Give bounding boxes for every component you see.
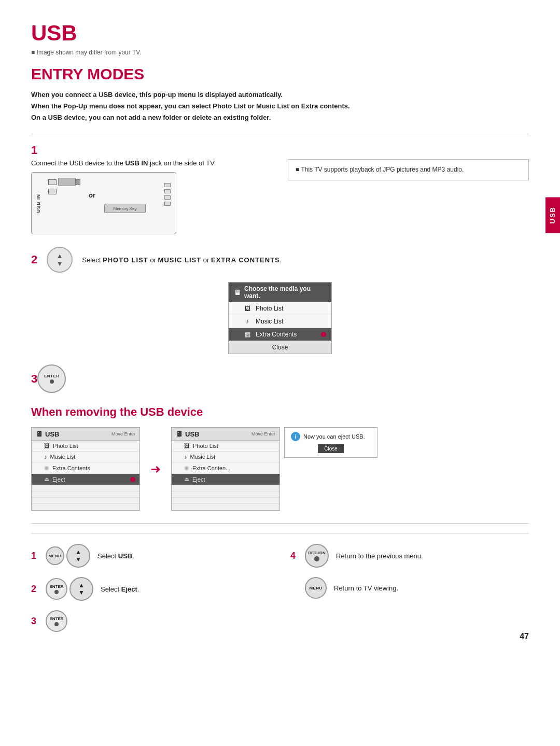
media-menu-title: Choose the media you want.	[244, 285, 326, 300]
right-photo-icon: 🖼	[184, 443, 190, 449]
media-menu-header: 🖥 Choose the media you want.	[229, 283, 331, 302]
step-1-number: 1	[31, 144, 529, 157]
usb-panel-left-empty1	[32, 485, 139, 491]
page-number: 47	[520, 632, 529, 641]
step-1-left: Connect the USB device to the USB IN jac…	[31, 159, 272, 234]
enter-btn-3[interactable]: ENTER	[46, 610, 67, 632]
usb-panel-right-empty3	[172, 498, 279, 504]
extra-contents-item: Extra Contents	[256, 331, 297, 338]
media-menu-extra[interactable]: ▦ Extra Contents	[229, 328, 331, 341]
usb-diagram: USB IN or Memory Key	[31, 172, 176, 234]
usb-panel-right-controls: Move Enter	[251, 431, 275, 437]
intro-line-3: On a USB device, you can not add a new f…	[31, 112, 529, 123]
return-button[interactable]: RETURN	[305, 544, 329, 568]
arrow-right: ➜	[150, 462, 161, 476]
enter-label: ENTER	[44, 374, 60, 378]
music-list-label: MUSIC LIST	[158, 256, 202, 264]
media-menu-close[interactable]: Close	[229, 341, 331, 354]
media-menu-popup: 🖥 Choose the media you want. 🖼 Photo Lis…	[228, 282, 332, 354]
usb-panel-left-extra[interactable]: ◉ Extra Contents	[32, 462, 139, 474]
usb-in-bold: USB IN	[125, 159, 148, 167]
enter-dot-3	[54, 622, 59, 626]
usb-panel-right-music[interactable]: ♪ Music List	[172, 452, 279, 462]
bottom-step-menu: _ MENU Return to TV viewing.	[290, 577, 529, 599]
usb-panel-right-eject[interactable]: ⏏ Eject	[172, 474, 279, 485]
left-photo-icon: 🖼	[44, 443, 50, 449]
page-note: Image shown may differ from your TV.	[31, 49, 529, 56]
right-extra-icon: ◉	[184, 465, 189, 471]
section-title: ENTRY MODES	[31, 65, 529, 83]
bottom-step-1-text: Select USB.	[97, 552, 134, 560]
memory-card: Memory Key	[104, 204, 146, 213]
bottom-step-3-num: 3	[31, 616, 38, 627]
usb-panel-right-empty4	[172, 504, 279, 510]
music-icon: ♪	[243, 318, 251, 325]
step-2-row: 2 ▲ ▼ Select PHOTO LIST or MUSIC LIST or…	[31, 247, 529, 273]
step-2-number: 2	[31, 253, 37, 266]
menu-button-1[interactable]: MENU	[46, 546, 64, 565]
nav-btn-2[interactable]: ▲ ▼	[69, 577, 93, 601]
nav-btn-1[interactable]: ▲ ▼	[66, 544, 90, 568]
eject-close-button[interactable]: Close	[318, 444, 344, 453]
usb-panel-left-title: 🖥 USB	[36, 430, 59, 438]
usb-panel-left: 🖥 USB Move Enter 🖼 Photo List ♪ Music Li…	[31, 427, 140, 511]
bottom-left-steps: 1 MENU ▲ ▼ Select USB. 2	[31, 544, 270, 641]
bottom-step-2-buttons: ENTER ▲ ▼	[46, 577, 93, 601]
step-1-desc: Connect the USB device to the USB IN jac…	[31, 159, 272, 167]
panel-right-wrapper: 🖥 USB Move Enter 🖼 Photo List ♪ Music Li…	[171, 427, 377, 511]
enter-button[interactable]: ENTER	[37, 364, 66, 393]
usb-ports	[48, 178, 76, 194]
bottom-step-4: 4 RETURN Return to the previous menu.	[290, 544, 529, 568]
page-title: USB	[31, 21, 529, 46]
info-icon: i	[291, 432, 300, 441]
usb-panel-left-photo[interactable]: 🖼 Photo List	[32, 441, 139, 452]
left-extra-icon: ◉	[44, 465, 49, 471]
usb-icon-left: 🖥	[36, 430, 43, 438]
left-music-icon: ♪	[44, 454, 47, 460]
step-3-row: 3 ENTER	[31, 364, 529, 393]
enter-dot	[50, 379, 54, 384]
eject-selected-dot	[130, 477, 135, 482]
close-label: Close	[272, 344, 288, 351]
usb-panel-left-header: 🖥 USB Move Enter	[32, 428, 139, 441]
usb-panel-right-empty2	[172, 491, 279, 498]
usb-panel-right-extra[interactable]: ◉ Extra Conten...	[172, 462, 279, 474]
step-3-number: 3	[31, 372, 37, 386]
bottom-step-2: 2 ENTER ▲ ▼ Select Eject.	[31, 577, 270, 601]
usb-in-label: USB IN	[36, 194, 41, 213]
menu-button-2[interactable]: MENU	[305, 577, 327, 599]
eject-tooltip-text: Now you can eject USB.	[303, 433, 365, 440]
usb-panel-right-title: 🖥 USB	[176, 430, 199, 438]
step-1-right: This TV supports playback of JPG picture…	[288, 159, 529, 180]
bottom-step-menu-text: Return to TV viewing.	[334, 584, 398, 592]
step-2-text: Select PHOTO LIST or MUSIC LIST or EXTRA…	[82, 256, 282, 264]
usb-panel-left-empty2	[32, 491, 139, 498]
selected-indicator	[321, 332, 326, 337]
bottom-steps: 1 MENU ▲ ▼ Select USB. 2	[31, 533, 529, 641]
usb-panel-right: 🖥 USB Move Enter 🖼 Photo List ♪ Music Li…	[171, 427, 280, 511]
usb-panel-right-photo[interactable]: 🖼 Photo List	[172, 441, 279, 452]
left-eject-icon: ⏏	[44, 476, 49, 483]
enter-btn-2[interactable]: ENTER	[46, 578, 67, 600]
divider-1	[31, 134, 529, 134]
media-menu-photo[interactable]: 🖼 Photo List	[229, 302, 331, 315]
intro-line-2: When the Pop-Up menu does not appear, yo…	[31, 101, 529, 112]
extra-contents-label: EXTRA CONTENTS	[211, 256, 280, 264]
return-dot	[314, 556, 319, 561]
intro-text: When you connect a USB device, this pop-…	[31, 89, 529, 123]
usb-panel-left-controls: Move Enter	[111, 431, 135, 437]
bottom-step-1-buttons: MENU ▲ ▼	[46, 544, 90, 568]
usb-icon-right: 🖥	[176, 430, 183, 438]
intro-line-1: When you connect a USB device, this pop-…	[31, 89, 529, 101]
right-ports	[164, 183, 171, 206]
music-list-item: Music List	[256, 318, 283, 325]
nav-up-down-button[interactable]: ▲ ▼	[47, 247, 73, 273]
jpg-note: This TV supports playback of JPG picture…	[288, 159, 529, 180]
bottom-step-2-text: Select Eject.	[101, 585, 139, 593]
usb-bold: USB	[118, 552, 132, 560]
bottom-step-4-num: 4	[290, 551, 298, 561]
usb-panel-left-eject[interactable]: ⏏ Eject	[32, 474, 139, 485]
bottom-step-1-num: 1	[31, 551, 38, 561]
media-menu-music[interactable]: ♪ Music List	[229, 315, 331, 328]
usb-panel-left-music[interactable]: ♪ Music List	[32, 452, 139, 462]
